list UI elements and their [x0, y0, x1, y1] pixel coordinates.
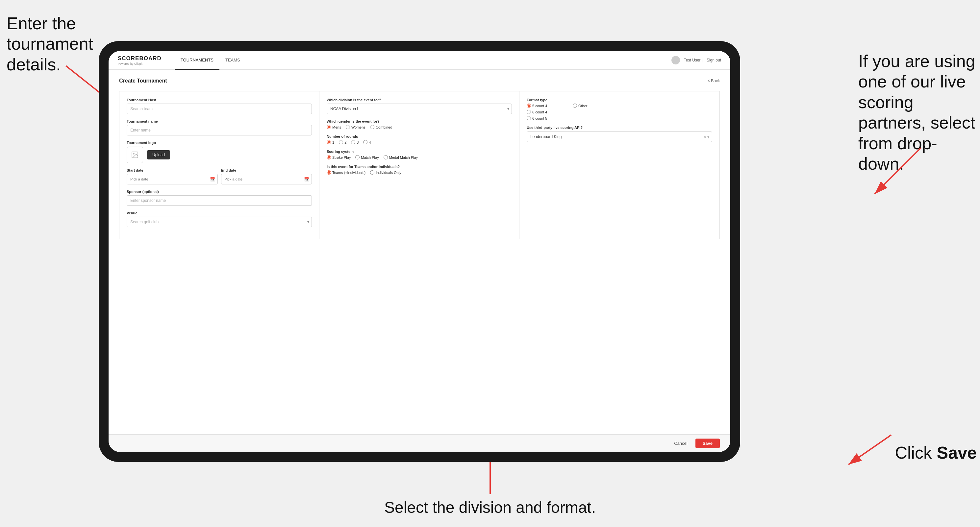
rounds-3[interactable]: 3	[351, 140, 359, 144]
format-6count5-label: 6 count 5	[532, 116, 547, 120]
gender-womens[interactable]: Womens	[346, 125, 366, 129]
date-row: Start date 📅 End date	[127, 168, 312, 184]
division-group: Which division is the event for? NCAA Di…	[327, 98, 512, 114]
end-date-label: End date	[221, 168, 312, 172]
calendar-icon: 📅	[210, 177, 215, 182]
calendar-icon-end: 📅	[304, 177, 309, 182]
rounds-3-label: 3	[356, 140, 359, 144]
tablet-inner: SCOREBOARD Powered by Clippit TOURNAMENT…	[108, 51, 730, 452]
nav-tabs: TOURNAMENTS TEAMS	[175, 51, 671, 69]
gender-mens-radio[interactable]	[327, 125, 331, 129]
sponsor-input[interactable]	[127, 195, 312, 206]
logo-placeholder-icon	[127, 147, 143, 163]
scoring-medal-match-label: Medal Match Play	[389, 156, 418, 159]
signout-link[interactable]: Sign out	[706, 58, 721, 62]
format-type-label: Format type	[527, 98, 712, 102]
format-5count4-radio[interactable]	[527, 103, 531, 108]
event-type-group: Is this event for Teams and/or Individua…	[327, 165, 512, 175]
annotation-live-scoring: If you are using one of our live scoring…	[858, 51, 977, 174]
sponsor-group: Sponsor (optional)	[127, 190, 312, 206]
venue-input[interactable]	[127, 217, 312, 227]
scoring-medal-match[interactable]: Medal Match Play	[383, 155, 418, 159]
app-window: SCOREBOARD Powered by Clippit TOURNAMENT…	[108, 51, 730, 452]
scoring-match-radio[interactable]	[355, 155, 360, 159]
gender-group: Which gender is the event for? Mens Wome…	[327, 119, 512, 129]
tablet-frame: SCOREBOARD Powered by Clippit TOURNAMENT…	[99, 41, 740, 462]
logo-area: SCOREBOARD Powered by Clippit	[118, 55, 162, 65]
end-date-wrapper: 📅	[221, 174, 312, 184]
rounds-4-radio[interactable]	[363, 140, 368, 144]
scoring-match-label: Match Play	[361, 156, 379, 159]
end-date-input[interactable]	[221, 174, 312, 184]
format-other-radio[interactable]	[573, 103, 577, 108]
live-scoring-input-wrapper: × ▾	[527, 132, 712, 142]
rounds-4[interactable]: 4	[363, 140, 371, 144]
svg-line-7	[848, 435, 891, 465]
tournament-logo-label: Tournament logo	[127, 141, 312, 144]
rounds-2-label: 2	[344, 140, 347, 144]
gender-combined-radio[interactable]	[370, 125, 374, 129]
format-row-3: 6 count 5	[527, 116, 712, 120]
division-select[interactable]: NCAA Division I	[327, 103, 512, 114]
logo-upload-area: Upload	[127, 147, 312, 163]
format-5count4-label: 5 count 4	[532, 104, 547, 108]
format-6count4-radio[interactable]	[527, 110, 531, 114]
logo-text: SCOREBOARD	[118, 55, 162, 62]
tournament-logo-group: Tournament logo	[127, 141, 312, 163]
scoring-group: Scoring system Stroke Play Match Play	[327, 149, 512, 159]
event-type-label: Is this event for Teams and/or Individua…	[327, 165, 512, 169]
save-button[interactable]: Save	[695, 438, 720, 448]
scoring-match[interactable]: Match Play	[355, 155, 379, 159]
scoring-stroke-label: Stroke Play	[332, 156, 351, 159]
rounds-1-radio[interactable]	[327, 140, 331, 144]
upload-button[interactable]: Upload	[147, 150, 170, 159]
format-6count5-radio[interactable]	[527, 116, 531, 120]
event-individuals[interactable]: Individuals Only	[370, 170, 401, 175]
gender-combined-label: Combined	[376, 125, 392, 129]
live-scoring-clear[interactable]: × ▾	[704, 135, 710, 140]
gender-womens-radio[interactable]	[346, 125, 350, 129]
rounds-2-radio[interactable]	[339, 140, 343, 144]
format-5count4[interactable]: 5 count 4	[527, 103, 563, 108]
event-individuals-radio[interactable]	[370, 170, 374, 175]
scoring-stroke-radio[interactable]	[327, 155, 331, 159]
tab-teams[interactable]: TEAMS	[220, 51, 246, 70]
format-other[interactable]: Other	[573, 103, 609, 108]
event-type-radio-group: Teams (+Individuals) Individuals Only	[327, 170, 512, 175]
logo-sub: Powered by Clippit	[118, 62, 162, 65]
scoring-radio-group: Stroke Play Match Play Medal Match Play	[327, 155, 512, 159]
gender-mens[interactable]: Mens	[327, 125, 341, 129]
format-6count4[interactable]: 6 count 4	[527, 110, 563, 114]
scoring-medal-match-radio[interactable]	[383, 155, 388, 159]
format-6count5[interactable]: 6 count 5	[527, 116, 563, 120]
division-label: Which division is the event for?	[327, 98, 512, 102]
top-nav: SCOREBOARD Powered by Clippit TOURNAMENT…	[108, 51, 730, 70]
gender-radio-group: Mens Womens Combined	[327, 125, 512, 129]
venue-label: Venue	[127, 211, 312, 215]
rounds-3-radio[interactable]	[351, 140, 355, 144]
rounds-group: Number of rounds 1 2	[327, 135, 512, 144]
cancel-button[interactable]: Cancel	[670, 438, 692, 448]
back-link[interactable]: < Back	[708, 79, 720, 83]
bottom-bar: Cancel Save	[108, 434, 730, 452]
tournament-host-input[interactable]	[127, 103, 312, 114]
event-teams[interactable]: Teams (+Individuals)	[327, 170, 366, 175]
rounds-2[interactable]: 2	[339, 140, 347, 144]
live-scoring-label: Use third-party live scoring API?	[527, 125, 712, 130]
page-title: Create Tournament	[119, 78, 167, 84]
create-tournament-container: Create Tournament < Back Tournament Host…	[108, 70, 730, 434]
gender-mens-label: Mens	[332, 125, 341, 129]
tournament-name-input[interactable]	[127, 125, 312, 135]
tab-tournaments[interactable]: TOURNAMENTS	[175, 51, 220, 70]
venue-select-wrapper	[127, 217, 312, 227]
rounds-1[interactable]: 1	[327, 140, 334, 144]
division-select-wrapper: NCAA Division I	[327, 103, 512, 114]
event-teams-radio[interactable]	[327, 170, 331, 175]
tournament-host-group: Tournament Host	[127, 98, 312, 114]
form-col-2: Which division is the event for? NCAA Di…	[320, 91, 519, 239]
rounds-1-label: 1	[332, 140, 334, 144]
live-scoring-field[interactable]	[527, 132, 712, 142]
gender-combined[interactable]: Combined	[370, 125, 392, 129]
scoring-stroke[interactable]: Stroke Play	[327, 155, 351, 159]
start-date-input[interactable]	[127, 174, 218, 184]
